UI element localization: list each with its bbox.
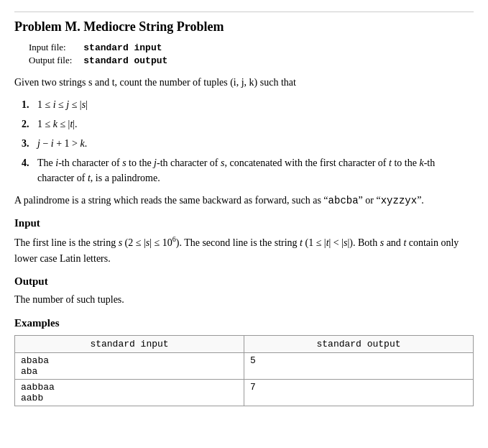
problem-description: Given two strings s and t, count the num… (14, 75, 474, 90)
input-value: standard input (83, 42, 179, 55)
examples-input-header: standard input (15, 335, 244, 352)
input-heading: Input (14, 217, 474, 229)
example-row-1: ababaaba 5 (15, 352, 474, 379)
palindrome-note: A palindrome is a string which reads the… (14, 193, 474, 209)
condition-1-num: 1. (22, 97, 37, 112)
output-value: standard output (83, 55, 179, 68)
output-heading: Output (14, 275, 474, 288)
condition-2-num: 2. (22, 116, 37, 132)
examples-output-header: standard output (244, 335, 474, 352)
condition-1-text: 1 ≤ i ≤ j ≤ |s| (37, 97, 474, 112)
condition-2: 2. 1 ≤ k ≤ |t|. (22, 116, 474, 132)
example-2-output: 7 (244, 379, 474, 406)
condition-4: 4. The i-th character of s to the j-th c… (22, 155, 474, 186)
condition-1: 1. 1 ≤ i ≤ j ≤ |s| (22, 97, 474, 112)
conditions-list: 1. 1 ≤ i ≤ j ≤ |s| 2. 1 ≤ k ≤ |t|. 3. j … (22, 97, 474, 186)
condition-4-num: 4. (22, 155, 37, 186)
output-label: Output file: (29, 55, 83, 68)
example-1-output: 5 (244, 352, 474, 379)
condition-2-text: 1 ≤ k ≤ |t|. (37, 116, 474, 132)
problem-container: Problem M. Mediocre String Problem Input… (14, 12, 474, 406)
example-row-2: aabbaaaabb 7 (15, 379, 474, 406)
problem-title: Problem M. Mediocre String Problem (14, 12, 474, 35)
examples-heading: Examples (14, 317, 474, 329)
condition-4-text: The i-th character of s to the j-th char… (37, 155, 474, 186)
output-text: The number of such tuples. (14, 292, 474, 308)
input-label: Input file: (29, 42, 83, 55)
example-2-input: aabbaaaabb (15, 379, 244, 406)
examples-table: standard input standard output ababaaba … (14, 335, 474, 406)
file-info: Input file: standard input Output file: … (29, 42, 474, 68)
input-text: The first line is the string s (2 ≤ |s| … (14, 234, 474, 267)
condition-3-text: j − i + 1 > k. (37, 136, 474, 151)
condition-3: 3. j − i + 1 > k. (22, 136, 474, 151)
example-1-input: ababaaba (15, 352, 244, 379)
condition-3-num: 3. (22, 136, 37, 151)
